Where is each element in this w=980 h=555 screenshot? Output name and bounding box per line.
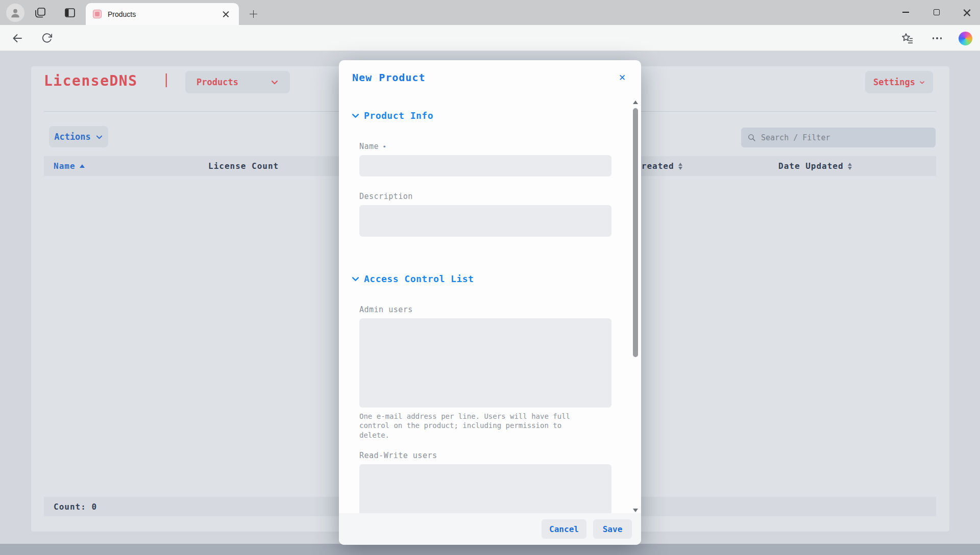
name-input[interactable] — [359, 155, 611, 176]
scroll-up-button[interactable] — [633, 100, 638, 105]
dialog-scrollbar[interactable] — [632, 100, 639, 513]
back-arrow-icon — [11, 32, 23, 44]
back-button[interactable] — [9, 30, 26, 46]
browser-titlebar: Products — [0, 0, 980, 25]
workspaces-icon — [34, 7, 46, 19]
dialog-footer: Cancel Save — [339, 513, 641, 545]
actions-dropdown[interactable]: Actions — [49, 126, 108, 147]
required-marker: • — [382, 143, 386, 150]
close-tab-button[interactable] — [219, 8, 232, 20]
new-product-dialog: New Product ✕ Product Info Name• Descrip… — [339, 60, 641, 545]
column-header-license-count[interactable]: License Count — [208, 156, 279, 176]
maximize-button[interactable] — [925, 3, 948, 22]
browser-tab-products[interactable]: Products — [86, 3, 239, 25]
plus-icon — [250, 10, 257, 18]
read-write-users-textarea[interactable] — [359, 464, 611, 513]
close-icon — [223, 11, 229, 17]
profile-button[interactable] — [6, 4, 24, 22]
tab-title: Products — [108, 10, 219, 18]
brand-logo: LicenseDNS — [44, 72, 138, 89]
column-label: License Count — [208, 161, 279, 171]
person-icon — [10, 7, 21, 18]
browser-window: Products https://manager.licensedns.net/… — [0, 0, 980, 555]
copilot-button[interactable] — [957, 30, 974, 47]
favorites-button[interactable] — [899, 30, 916, 46]
close-window-button[interactable] — [955, 3, 978, 22]
browser-navbar: https://manager.licensedns.net/products — [0, 25, 980, 51]
more-options-button[interactable] — [929, 30, 945, 46]
products-nav-dropdown[interactable]: Products — [185, 71, 290, 93]
section-toggle-product-info[interactable]: Product Info — [351, 110, 433, 121]
description-input[interactable] — [359, 205, 611, 237]
description-field-label: Description — [359, 192, 413, 201]
chevron-down-icon — [271, 78, 279, 86]
settings-dropdown[interactable]: Settings — [865, 71, 933, 93]
chevron-down-icon — [919, 79, 925, 86]
chevron-down-icon — [351, 274, 360, 283]
new-tab-button[interactable] — [246, 7, 260, 21]
sort-both-icon — [848, 163, 852, 170]
cancel-button[interactable]: Cancel — [542, 519, 586, 539]
minimize-button[interactable] — [894, 3, 917, 22]
search-filter-box — [741, 128, 936, 147]
label-text: Name — [359, 142, 379, 151]
section-title: Access Control List — [364, 273, 474, 284]
close-icon — [963, 9, 971, 16]
dialog-title: New Product — [352, 71, 425, 84]
column-label: Date Updated — [778, 161, 844, 171]
row-count-label: Count: 0 — [54, 502, 97, 512]
settings-label: Settings — [873, 77, 915, 87]
tab-actions-button[interactable] — [62, 5, 78, 20]
column-label: Name — [54, 161, 76, 171]
refresh-button[interactable] — [39, 30, 55, 46]
column-header-date-updated[interactable]: Date Updated — [778, 156, 852, 176]
refresh-icon — [41, 33, 53, 44]
admin-users-help-text: One e-mail address per line. Users will … — [359, 412, 592, 440]
minimize-icon — [902, 12, 909, 13]
scroll-down-button[interactable] — [633, 508, 638, 513]
sort-ascending-icon — [80, 164, 85, 168]
dialog-body: Product Info Name• Description Access Co… — [339, 100, 632, 513]
read-write-users-field-label: Read-Write users — [359, 451, 437, 460]
site-favicon — [93, 10, 102, 18]
close-dialog-button[interactable]: ✕ — [615, 69, 630, 85]
search-icon — [747, 133, 756, 142]
name-field-label: Name• — [359, 142, 386, 151]
section-toggle-access-control-list[interactable]: Access Control List — [351, 273, 474, 284]
admin-users-textarea[interactable] — [359, 318, 611, 408]
ellipsis-icon — [933, 37, 942, 39]
column-header-name[interactable]: Name — [54, 156, 85, 176]
maximize-icon — [934, 9, 940, 15]
save-button[interactable]: Save — [593, 519, 632, 539]
sort-both-icon — [678, 163, 682, 170]
favorites-list-icon — [901, 32, 914, 44]
workspaces-button[interactable] — [33, 5, 48, 20]
page-bottom-strip — [0, 544, 980, 555]
chevron-down-icon — [351, 111, 360, 120]
brand-separator: | — [162, 71, 170, 87]
scrollbar-thumb[interactable] — [633, 108, 638, 357]
chevron-down-icon — [95, 133, 103, 141]
products-nav-label: Products — [197, 77, 238, 87]
copilot-icon — [959, 32, 972, 45]
section-title: Product Info — [364, 110, 433, 121]
vertical-tabs-icon — [64, 7, 76, 19]
actions-label: Actions — [54, 132, 91, 142]
search-input[interactable] — [761, 133, 929, 142]
admin-users-field-label: Admin users — [359, 305, 413, 314]
